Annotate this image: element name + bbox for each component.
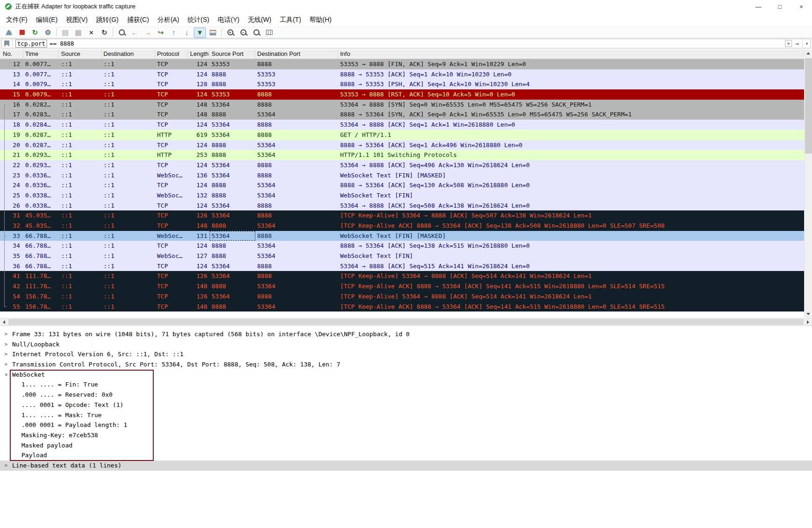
packet-row-21[interactable]: 210.0293…::1::1HTTP253888853364HTTP/1.1 …	[0, 150, 812, 160]
collapse-icon[interactable]: >	[1, 372, 11, 378]
go-last-packet-button[interactable]: ↓	[181, 27, 193, 38]
packet-row-36[interactable]: 3666.788…::1::1TCP12453364888853364 → 88…	[0, 261, 812, 271]
zoom-reset-button[interactable]	[250, 27, 262, 38]
expand-icon[interactable]: >	[3, 329, 9, 339]
filter-bookmark-icon[interactable]	[4, 41, 9, 47]
detail-line-10[interactable]: Masking-Key: e7ceb538	[0, 430, 812, 440]
go-to-packet-button[interactable]: ↪	[155, 27, 167, 38]
detail-line-3[interactable]: >Transmission Control Protocol, Src Port…	[0, 359, 812, 370]
auto-scroll-button[interactable]: ▼	[194, 27, 206, 38]
scroll-up-button[interactable]	[805, 49, 812, 57]
menu-item-9[interactable]: 工具(T)	[275, 14, 305, 26]
packet-row-26[interactable]: 260.0338…::1::1TCP12453364888853364 → 88…	[0, 201, 812, 211]
close-button[interactable]: ×	[791, 0, 812, 13]
menu-item-0[interactable]: 文件(F)	[2, 14, 32, 26]
column-header-protocol[interactable]: Protocol	[155, 49, 188, 59]
packet-row-13[interactable]: 130.0077…::1::1TCP1248888533538888 → 533…	[0, 69, 812, 80]
column-header-destination-port[interactable]: Destination Port	[255, 49, 338, 59]
zoom-in-button[interactable]: +	[224, 27, 236, 38]
go-forward-button[interactable]: →	[142, 27, 154, 38]
packet-row-16[interactable]: 160.0282…::1::1TCP14853364888853364 → 88…	[0, 100, 812, 110]
packet-row-35[interactable]: 3566.788…::1::1WebSoc…127888853364WebSoc…	[0, 251, 812, 261]
restart-capture-button[interactable]: ↻	[29, 27, 41, 38]
column-header-info[interactable]: Info	[338, 49, 812, 59]
column-header-source[interactable]: Source	[59, 49, 102, 59]
horizontal-scrollbar[interactable]	[0, 318, 812, 326]
apply-filter-icon[interactable]: →	[795, 40, 799, 47]
packet-row-41[interactable]: 41111.78…::1::1TCP126533648888[TCP Keep-…	[0, 271, 812, 281]
expand-icon[interactable]: >	[3, 349, 9, 359]
menu-item-1[interactable]: 编辑(E)	[32, 14, 62, 26]
packet-row-19[interactable]: 190.0287…::1::1HTTP619533648888GET / HTT…	[0, 130, 812, 140]
scroll-right-icon[interactable]	[807, 320, 809, 324]
minimize-button[interactable]: —	[748, 0, 769, 13]
menu-item-6[interactable]: 统计(S)	[184, 14, 214, 26]
detail-line-12[interactable]: Payload	[0, 450, 812, 460]
menu-item-4[interactable]: 捕获(C)	[123, 14, 153, 26]
column-header-time[interactable]: Time	[23, 49, 59, 59]
packet-row-14[interactable]: 140.0079…::1::1TCP1288888533538888 → 533…	[0, 79, 812, 89]
detail-line-7[interactable]: .... 0001 = Opcode: Text (1)	[0, 400, 812, 410]
column-header-length[interactable]: Length	[188, 49, 210, 59]
menu-item-2[interactable]: 视图(V)	[62, 14, 92, 26]
detail-line-5[interactable]: 1... .... = Fin: True	[0, 379, 812, 390]
packet-row-55[interactable]: 55156.78…::1::1TCP148888853364[TCP Keep-…	[0, 302, 812, 312]
packet-row-54[interactable]: 54156.78…::1::1TCP126533648888[TCP Keep-…	[0, 291, 812, 302]
packet-row-12[interactable]: 120.0077…::1::1TCP12453353888853353 → 88…	[0, 59, 812, 69]
maximize-button[interactable]: □	[769, 0, 791, 13]
clear-filter-icon[interactable]: ×	[785, 40, 792, 47]
scroll-left-icon[interactable]	[3, 320, 5, 324]
packet-row-24[interactable]: 240.0336…::1::1TCP1248888533648888 → 533…	[0, 180, 812, 190]
packet-row-32[interactable]: 3245.035…::1::1TCP148888853364[TCP Keep-…	[0, 221, 812, 231]
close-file-button[interactable]: ×	[85, 27, 97, 38]
packet-row-42[interactable]: 42111.78…::1::1TCP148888853364[TCP Keep-…	[0, 281, 812, 291]
expand-icon[interactable]: >	[3, 359, 9, 370]
go-back-button[interactable]: ←	[129, 27, 141, 38]
capture-options-button[interactable]: ⚙	[42, 27, 54, 38]
menu-item-7[interactable]: 电话(Y)	[213, 14, 244, 26]
stop-capture-button[interactable]	[16, 27, 28, 38]
detail-line-9[interactable]: .000 0001 = Payload length: 1	[0, 420, 812, 430]
detail-line-1[interactable]: >Null/Loopback	[0, 339, 812, 350]
cell-src: ::1	[59, 109, 102, 120]
packet-row-18[interactable]: 180.0284…::1::1TCP12453364888853364 → 88…	[0, 120, 812, 130]
filter-dropdown-icon[interactable]: ▾	[802, 39, 808, 48]
detail-line-0[interactable]: >Frame 33: 131 bytes on wire (1048 bits)…	[0, 329, 812, 339]
detail-line-13[interactable]: >Line-based text data (1 lines)	[0, 460, 812, 471]
packet-row-20[interactable]: 200.0287…::1::1TCP1248888533648888 → 533…	[0, 140, 812, 150]
expand-icon[interactable]: >	[3, 339, 9, 350]
vertical-scrollbar[interactable]	[804, 49, 812, 318]
packet-row-33[interactable]: 3366.788…::1::1WebSoc…131533648888WebSoc…	[0, 231, 812, 241]
packet-row-25[interactable]: 250.0338…::1::1WebSoc…132888853364WebSoc…	[0, 190, 812, 201]
reload-file-button[interactable]: ↻	[98, 27, 110, 38]
detail-line-8[interactable]: 1... .... = Mask: True	[0, 410, 812, 420]
detail-line-6[interactable]: .000 .... = Reserved: 0x0	[0, 390, 812, 400]
cell-dport: 53364	[255, 150, 338, 160]
find-packet-button[interactable]	[116, 27, 128, 38]
packet-row-31[interactable]: 3145.035…::1::1TCP126533648888[TCP Keep-…	[0, 210, 812, 221]
detail-line-4[interactable]: >WebSocket	[0, 370, 812, 380]
detail-line-2[interactable]: >Internet Protocol Version 6, Src: ::1, …	[0, 349, 812, 359]
vertical-scrollbar-thumb[interactable]	[805, 58, 812, 154]
horizontal-scrollbar-thumb[interactable]	[8, 319, 804, 325]
column-header-no[interactable]: No.	[0, 49, 23, 59]
zoom-out-button[interactable]: −	[237, 27, 249, 38]
colorize-packets-button[interactable]	[207, 27, 219, 38]
packet-row-34[interactable]: 3466.788…::1::1TCP1248888533648888 → 533…	[0, 241, 812, 251]
packet-row-15[interactable]: 150.0079…::1::1TCP12453353888853353 → 88…	[0, 89, 812, 100]
display-filter-input[interactable]: tcp.port == 8888	[15, 40, 785, 47]
column-header-destination[interactable]: Destination	[102, 49, 155, 59]
detail-line-11[interactable]: Masked payload	[0, 440, 812, 451]
menu-item-3[interactable]: 跳转(G)	[92, 14, 123, 26]
packet-row-22[interactable]: 220.0293…::1::1TCP12453364888853364 → 88…	[0, 160, 812, 170]
menu-item-8[interactable]: 无线(W)	[244, 14, 276, 26]
resize-columns-button[interactable]	[263, 27, 275, 38]
menu-item-5[interactable]: 分析(A)	[153, 14, 184, 26]
packet-row-17[interactable]: 170.0283…::1::1TCP1488888533648888 → 533…	[0, 109, 812, 120]
column-header-source-port[interactable]: Source Port	[210, 49, 255, 59]
menu-item-10[interactable]: 帮助(H)	[305, 14, 335, 26]
go-first-packet-button[interactable]: ↑	[168, 27, 180, 38]
expand-icon[interactable]: >	[3, 460, 9, 471]
scroll-down-button[interactable]	[805, 310, 812, 318]
packet-row-23[interactable]: 230.0336…::1::1WebSoc…136533648888WebSoc…	[0, 170, 812, 181]
